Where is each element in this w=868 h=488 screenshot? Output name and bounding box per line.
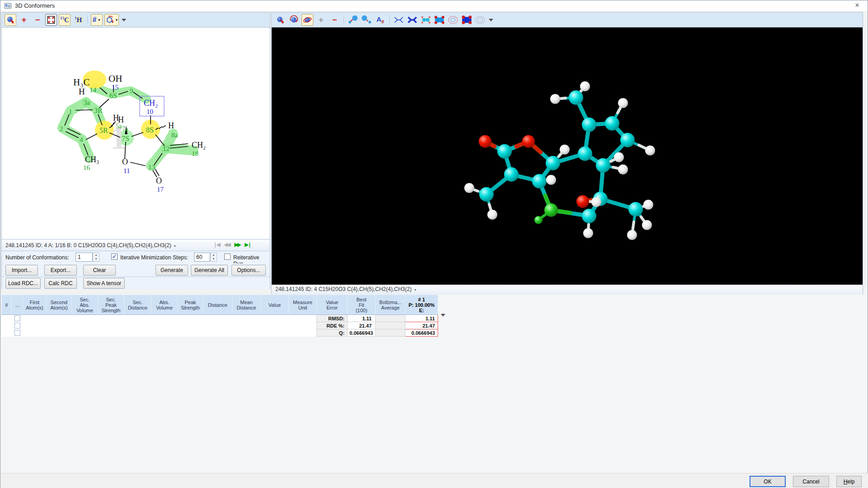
- column-header[interactable]: Mean Distance: [232, 295, 261, 315]
- reiterative-checkbox[interactable]: [224, 253, 231, 260]
- sphere-cursor-icon: [6, 16, 14, 24]
- carbon-13-button[interactable]: 13C: [59, 14, 71, 26]
- zoom-in-3d-button[interactable]: +: [315, 14, 327, 26]
- next-conformer-icon[interactable]: ▶▶: [234, 242, 240, 248]
- table-overflow-icon[interactable]: ▬▼: [440, 311, 446, 319]
- rotate-button[interactable]: [288, 14, 300, 26]
- hydrogen-atom: [645, 145, 655, 155]
- column-header[interactable]: #: [2, 295, 12, 315]
- carbon-atom: [578, 146, 592, 161]
- atom-labels-button[interactable]: A#: [374, 14, 386, 26]
- zoom-out-3d-button[interactable]: −: [329, 14, 340, 26]
- app-icon: [4, 2, 12, 10]
- zoom-in-button[interactable]: +: [18, 14, 30, 26]
- column-header[interactable]: Sec. Distance: [124, 295, 151, 315]
- column-header[interactable]: Value: [261, 295, 289, 315]
- column-header[interactable]: # 1 P: 100.00% E:: [406, 295, 438, 315]
- carbon-atom: [628, 202, 643, 216]
- status-dropdown-icon[interactable]: ▾: [174, 244, 176, 248]
- hydrogen-atom: [614, 152, 624, 162]
- atom-label: 1: [69, 108, 72, 115]
- prev-conformer-icon[interactable]: ◀◀: [224, 242, 230, 248]
- options-button[interactable]: Options...: [231, 265, 266, 276]
- oxygen-atom: [522, 135, 535, 148]
- close-icon[interactable]: ×: [852, 1, 862, 10]
- num-conformations-input[interactable]: 1: [75, 253, 93, 262]
- export-button[interactable]: Export...: [44, 265, 77, 276]
- hydrogen-atom: [627, 230, 637, 240]
- fit-to-window-button[interactable]: [45, 14, 57, 26]
- vdw-dots-button[interactable]: [474, 14, 486, 26]
- column-header[interactable]: Measure Unit: [289, 295, 317, 315]
- column-header[interactable]: Best Fit (100): [348, 295, 376, 315]
- load-rdc-button[interactable]: Load RDC...: [5, 278, 41, 289]
- ok-button[interactable]: OK: [750, 476, 786, 487]
- column-header[interactable]: Boltzma... Average: [376, 295, 406, 315]
- rdc-table[interactable]: #...First Atom(s)Second Atom(s)Sec. Abs.…: [1, 295, 438, 337]
- sticks-button[interactable]: [406, 14, 418, 26]
- shrink-spheres-button[interactable]: [361, 14, 373, 26]
- toolbar-overflow-icon[interactable]: ▬▼: [121, 16, 127, 24]
- viewer-3d-canvas[interactable]: [272, 27, 863, 285]
- toolbar-overflow-icon[interactable]: ▬▼: [488, 16, 494, 24]
- clear-button[interactable]: Clear: [83, 265, 116, 276]
- right-toolbar: + − A#: [272, 13, 863, 27]
- sticks-icon: [407, 16, 417, 24]
- column-header[interactable]: Value Error: [317, 295, 348, 315]
- ball-stick-small-button[interactable]: [420, 14, 432, 26]
- column-header[interactable]: Abs. Volume: [151, 295, 178, 315]
- cancel-button[interactable]: Cancel: [793, 476, 829, 487]
- proton-1h-button[interactable]: 1H: [72, 14, 84, 26]
- left-toolbar: + − 13C 1H #▼: [2, 13, 270, 27]
- summary-row: RDE %:21.4721.47: [2, 322, 438, 329]
- structure-display-button[interactable]: ▼: [104, 14, 119, 26]
- toolbar-separator: [87, 15, 88, 25]
- column-header[interactable]: Second Atom(s): [47, 295, 72, 315]
- iterative-checkbox[interactable]: ✓: [111, 253, 118, 260]
- grow-spheres-button[interactable]: [347, 14, 359, 26]
- iterative-steps-input[interactable]: 60: [194, 253, 210, 262]
- orbit-button[interactable]: [302, 14, 313, 26]
- wireframe-button[interactable]: [393, 14, 405, 26]
- toolbar-separator: [344, 15, 344, 25]
- num-conformations-stepper[interactable]: ▲▼: [93, 253, 99, 262]
- ball-stick-large-button[interactable]: [434, 14, 445, 26]
- orbit-sphere-icon: [303, 15, 312, 24]
- select-atom-button[interactable]: [5, 14, 16, 26]
- zoom-out-button[interactable]: −: [32, 14, 43, 26]
- structure-2d-canvas[interactable]: 1: [2, 27, 270, 239]
- atom-label: 13: [148, 164, 155, 171]
- spacefill-button[interactable]: [461, 14, 472, 26]
- last-conformer-icon[interactable]: ▶❘: [245, 242, 251, 248]
- chevron-down-icon[interactable]: ▼: [97, 18, 101, 22]
- generate-button[interactable]: Generate: [156, 265, 188, 276]
- carbon-atom: [504, 167, 519, 182]
- calc-rdc-button[interactable]: Calc RDC: [44, 278, 77, 289]
- show-a-tensor-button[interactable]: Show A tensor: [83, 278, 125, 289]
- atom-label: 7S: [122, 135, 129, 142]
- import-button[interactable]: Import...: [5, 265, 38, 276]
- summary-checkbox[interactable]: [14, 315, 20, 321]
- dot-surface-button[interactable]: [447, 14, 459, 26]
- column-header[interactable]: Sec. Abs. Volume: [72, 295, 98, 315]
- help-button[interactable]: Help: [836, 476, 862, 487]
- column-header[interactable]: First Atom(s): [23, 295, 47, 315]
- first-conformer-icon[interactable]: ❘◀: [213, 242, 220, 248]
- atom-numbering-button[interactable]: #▼: [91, 14, 103, 26]
- chevron-down-icon[interactable]: ▼: [115, 18, 118, 22]
- column-header[interactable]: Distance: [203, 295, 232, 315]
- column-header[interactable]: ...: [12, 295, 23, 315]
- summary-checkbox[interactable]: [14, 323, 20, 328]
- expand-icon: [47, 16, 55, 24]
- hydrogen-atom: [580, 81, 590, 91]
- column-header[interactable]: Sec. Peak Strength: [98, 295, 124, 315]
- atom-label: H: [79, 87, 85, 96]
- select-3d-button[interactable]: [274, 14, 286, 26]
- atom-label: 10: [146, 108, 153, 115]
- status-dropdown-icon[interactable]: ▾: [414, 288, 416, 292]
- column-header[interactable]: Peak Strength: [178, 295, 203, 315]
- summary-checkbox[interactable]: [14, 330, 20, 336]
- atom-label: 15: [112, 84, 118, 91]
- iterative-steps-stepper[interactable]: ▲▼: [210, 253, 217, 262]
- generate-all-button[interactable]: Generate All: [191, 265, 228, 276]
